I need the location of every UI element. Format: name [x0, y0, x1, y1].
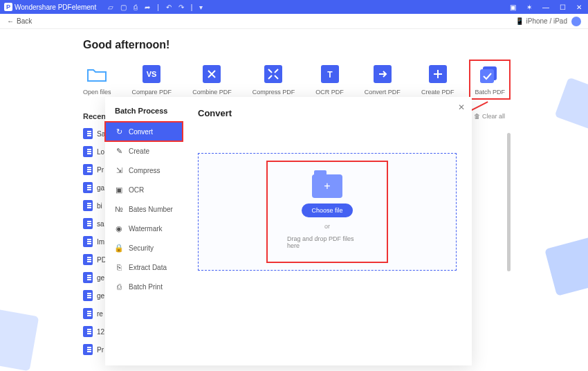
modal-panel: Convert + Choose file or Drag and drop P… [183, 97, 472, 365]
sidebar-item-convert[interactable]: ↻Convert [105, 122, 183, 141]
device-link[interactable]: 📱 iPhone / iPad [515, 17, 568, 25]
action-label: Batch PDF [475, 89, 505, 96]
action-batch-pdf[interactable]: Batch PDF [469, 60, 511, 100]
user-avatar[interactable] [571, 17, 581, 26]
sidebar-item-create[interactable]: ✎Create [105, 141, 183, 161]
modal-title: Batch Process [105, 107, 183, 122]
sidebar-item-ocr[interactable]: ▣OCR [105, 180, 183, 199]
pdf-file-icon [83, 326, 93, 337]
pdf-file-icon [83, 128, 93, 139]
svg-text:T: T [327, 70, 333, 80]
share-icon[interactable]: ➦ [145, 3, 150, 11]
print-icon[interactable]: ⎙ [134, 3, 138, 11]
maximize-button[interactable]: ☐ [558, 3, 567, 11]
recent-item-label: 12 [97, 328, 104, 336]
pdf-file-icon [83, 182, 93, 193]
ocr-icon: T [318, 64, 342, 84]
create-icon [426, 64, 450, 84]
pdf-file-icon [83, 164, 93, 175]
sidebar-item-label: Batch Print [129, 283, 163, 291]
action-label: Convert PDF [365, 89, 401, 96]
recent-item-label: Lo [97, 148, 104, 156]
pdf-file-icon [83, 254, 93, 265]
bates-number-icon: № [115, 205, 123, 213]
phone-icon: 📱 [515, 17, 524, 25]
folder-icon[interactable]: ▱ [108, 3, 113, 11]
recent-item-label: Sa [97, 130, 105, 138]
batch-print-icon: ⎙ [115, 282, 123, 291]
action-label: Create PDF [421, 89, 454, 96]
redo-icon[interactable]: ↷ [178, 3, 184, 11]
convert-icon: ↻ [115, 127, 123, 136]
recent-item-label: Pr [97, 166, 104, 174]
sidebar-item-watermark[interactable]: ◉Watermark [105, 219, 183, 238]
compress-icon [261, 64, 285, 84]
back-button[interactable]: ← Back [7, 17, 32, 25]
choose-file-button[interactable]: Choose file [302, 203, 352, 217]
action-compare-pdf[interactable]: VS Compare PDF [132, 64, 172, 96]
pdf-file-icon [83, 308, 93, 319]
pdf-file-icon [83, 272, 93, 283]
action-open-files[interactable]: Open files [83, 64, 111, 96]
svg-rect-9 [480, 69, 494, 83]
action-convert-pdf[interactable]: Convert PDF [365, 64, 401, 96]
clear-all-button[interactable]: 🗑 Clear all [474, 113, 505, 120]
pdf-file-icon [83, 290, 93, 301]
settings-icon[interactable]: ✶ [524, 3, 534, 11]
action-label: Open files [83, 89, 111, 96]
recent-item-label: ge [97, 292, 104, 300]
sidebar-item-compress[interactable]: ⇲Compress [105, 161, 183, 180]
sidebar-item-security[interactable]: 🔒Security [105, 238, 183, 257]
drop-inner-highlight: + Choose file or Drag and drop PDF files… [266, 161, 388, 263]
sidebar-item-batch-print[interactable]: ⎙Batch Print [105, 277, 183, 296]
minimize-button[interactable]: — [541, 3, 551, 11]
action-label: Compress PDF [252, 89, 295, 96]
app-name: Wondershare PDFelement [15, 3, 96, 11]
dnd-text: Drag and drop PDF files here [287, 235, 367, 249]
action-compress-pdf[interactable]: Compress PDF [252, 64, 295, 96]
recent-item-label: bi [97, 202, 102, 210]
security-icon: 🔒 [115, 244, 123, 252]
save-icon[interactable]: ▢ [120, 3, 127, 11]
modal-close-button[interactable]: ✕ [458, 102, 465, 112]
action-ocr-pdf[interactable]: T OCR PDF [315, 64, 344, 96]
batch-process-modal: ✕ Batch Process ↻Convert✎Create⇲Compress… [105, 97, 472, 365]
action-label: Compare PDF [132, 89, 172, 96]
sidebar-item-bates-number[interactable]: №Bates Number [105, 199, 183, 219]
svg-rect-3 [264, 65, 282, 83]
pdf-file-icon [83, 344, 93, 355]
pdf-file-icon [83, 236, 93, 247]
pdf-file-icon [83, 200, 93, 211]
create-icon: ✎ [115, 147, 123, 155]
action-label: OCR PDF [315, 89, 344, 96]
sidebar-item-extract-data[interactable]: ⎘Extract Data [105, 257, 183, 277]
watermark-icon: ◉ [115, 224, 123, 233]
drop-zone[interactable]: + Choose file or Drag and drop PDF files… [198, 153, 457, 271]
action-create-pdf[interactable]: Create PDF [421, 64, 454, 96]
sidebar-item-label: Convert [129, 128, 153, 136]
app-logo-icon: P [4, 3, 12, 11]
recent-item-label: sa [97, 220, 104, 228]
recent-item-label: Im [97, 238, 104, 246]
open-files-icon [85, 64, 109, 84]
svg-text:VS: VS [147, 70, 157, 78]
undo-icon[interactable]: ↶ [166, 3, 172, 11]
close-button[interactable]: ✕ [574, 3, 584, 11]
dropdown-icon[interactable]: ▾ [199, 3, 203, 11]
sidebar-item-label: OCR [129, 186, 144, 194]
scrollbar[interactable] [507, 133, 511, 271]
sidebar-item-label: Compress [129, 167, 160, 174]
sub-bar: ← Back 📱 iPhone / iPad [0, 14, 588, 29]
pdf-file-icon [83, 146, 93, 157]
combine-icon [200, 64, 223, 84]
modal-sidebar: Batch Process ↻Convert✎Create⇲Compress▣O… [105, 97, 183, 365]
batch-icon [478, 64, 502, 84]
recent-item-label: re [97, 310, 103, 318]
recent-item-label: Pr [97, 346, 104, 354]
panel-icon[interactable]: ▣ [508, 3, 517, 11]
action-combine-pdf[interactable]: Combine PDF [192, 64, 232, 96]
action-label: Combine PDF [192, 89, 232, 96]
or-text: or [324, 223, 330, 230]
clear-all-label: Clear all [482, 113, 505, 120]
recent-item-label: ge [97, 274, 104, 282]
